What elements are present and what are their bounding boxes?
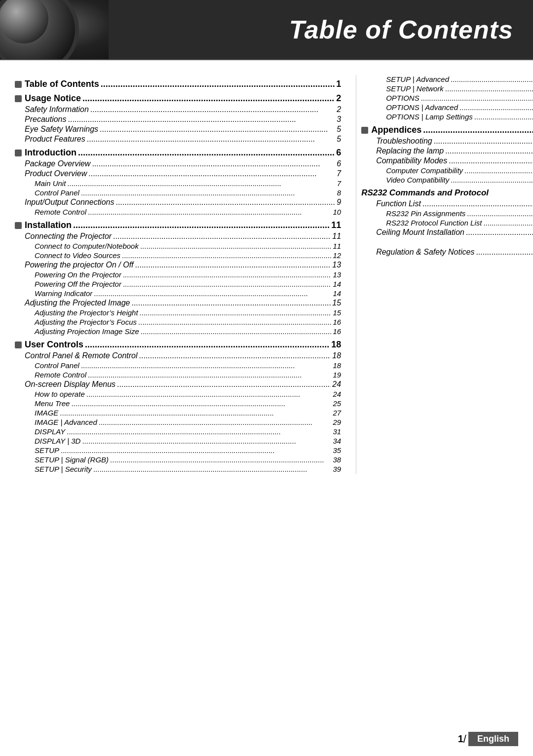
lens-graphic <box>0 0 79 59</box>
toc-page-number: 2 <box>336 93 341 104</box>
toc-page-number: 39 <box>333 465 341 473</box>
toc-dots <box>81 361 332 370</box>
toc-dots <box>474 113 533 121</box>
toc-dots <box>60 409 331 417</box>
toc-dots <box>87 135 336 144</box>
toc-entry: How to operate24 <box>15 390 341 398</box>
toc-page-number: 1 <box>336 79 341 89</box>
toc-entry: Product Features5 <box>15 135 341 144</box>
toc-entry: Computer Compatibility57 <box>361 166 533 175</box>
toc-entry: Replacing the lamp55 <box>361 147 533 155</box>
toc-dots <box>459 103 533 112</box>
toc-entry-title: Adjusting the Projected Image <box>25 299 130 307</box>
toc-page-number: 31 <box>333 427 341 436</box>
toc-entry-title: RS232 Pin Assignments <box>386 209 465 218</box>
toc-page-number: 5 <box>337 135 341 144</box>
toc-page-number: 14 <box>333 289 341 298</box>
toc-page-number: 24 <box>333 390 341 398</box>
toc-dots <box>123 270 332 279</box>
toc-entry: IMAGE | Advanced29 <box>15 418 341 426</box>
toc-page-number: 7 <box>337 169 341 178</box>
header-image <box>0 0 109 59</box>
section-bullet <box>361 127 368 134</box>
toc-entry-title: Eye Safety Warnings <box>25 125 98 134</box>
toc-entry: Troubleshooting50 <box>361 137 533 146</box>
toc-entry: Package Overview6 <box>15 159 341 168</box>
header: Table of Contents <box>0 0 533 59</box>
toc-dots <box>82 93 335 104</box>
footer-slash: / <box>463 733 466 746</box>
toc-entry-title: Appendices <box>371 125 421 135</box>
toc-entry: Adjusting the Projector’s Height15 <box>15 308 341 317</box>
toc-entry-title: Introduction <box>25 148 76 158</box>
toc-entry-title: SETUP | Security <box>35 465 92 473</box>
toc-dots <box>71 399 331 408</box>
toc-entry-title: Warning Indicator <box>35 289 92 298</box>
toc-dots <box>138 318 331 326</box>
toc-dots <box>115 198 335 207</box>
toc-entry: Precautions3 <box>15 115 341 124</box>
toc-entry: Remote Control10 <box>15 208 341 216</box>
toc-left-column: Table of Contents1Usage Notice2Safety In… <box>15 75 346 474</box>
toc-dots <box>423 125 533 135</box>
toc-dots <box>140 308 332 317</box>
toc-entry-title: User Controls <box>25 340 83 350</box>
toc-dots <box>67 427 331 436</box>
toc-page-number: 11 <box>332 232 341 241</box>
toc-entry: Regulation & Safety Notices67 <box>361 248 533 257</box>
toc-entry: Powering Off the Projector14 <box>15 280 341 288</box>
toc-dots <box>110 455 331 464</box>
toc-entry: OPTIONS | Lamp Settings49 <box>361 113 533 121</box>
toc-entry: DISPLAY31 <box>15 427 341 436</box>
toc-entry-title: Table of Contents <box>25 79 99 89</box>
toc-page-number: 27 <box>333 409 341 417</box>
toc-entry: Adjusting Projection Image Size16 <box>15 327 341 336</box>
toc-page-number: 2 <box>337 105 341 114</box>
toc-page-number: 11 <box>331 220 341 230</box>
toc-dots <box>78 148 335 158</box>
toc-entry-title: Computer Compatibility <box>386 166 463 175</box>
toc-dots <box>422 199 533 208</box>
toc-entry-title: Connect to Video Sources <box>35 251 120 260</box>
toc-entry-title: Safety Information <box>25 105 89 114</box>
toc-page-number: 34 <box>333 437 341 445</box>
toc-entry-title: Menu Tree <box>35 399 70 408</box>
toc-dots <box>73 220 330 230</box>
toc-entry-title: Remote Control <box>35 371 86 379</box>
footer-language: English <box>468 732 518 746</box>
toc-dots <box>85 340 330 350</box>
toc-section-header: Usage Notice2 <box>15 93 341 104</box>
toc-entry-title: Adjusting the Projector’s Focus <box>35 318 137 326</box>
toc-dots <box>88 208 331 216</box>
toc-page-number: 35 <box>333 446 341 454</box>
lens-inner <box>0 0 48 43</box>
toc-dots <box>113 232 331 241</box>
toc-entry: Adjusting the Projector’s Focus16 <box>15 318 341 326</box>
toc-entry-title: Powering the projector On / Off <box>25 261 134 269</box>
toc-dots <box>82 437 331 445</box>
toc-entry: Input/Output Connections9 <box>15 198 341 207</box>
section-bullet <box>15 341 22 348</box>
toc-dots <box>466 228 533 237</box>
toc-entry: Ceiling Mount Installation64 <box>361 228 533 237</box>
toc-entry: RS232 Commands and Protocol <box>361 188 533 198</box>
toc-dots <box>135 261 331 269</box>
toc-entry-title: Adjusting Projection Image Size <box>35 327 139 336</box>
toc-entry-title: Compatibility Modes <box>376 156 447 165</box>
toc-entry: Function List59 <box>361 199 533 208</box>
toc-page-number: 6 <box>336 148 341 158</box>
toc-page-number: 15 <box>332 299 341 307</box>
toc-right-column: SETUP | Advanced41SETUP | Network42OPTIO… <box>356 75 533 474</box>
toc-entry-title: OPTIONS | Lamp Settings <box>386 113 473 121</box>
toc-section-header: Introduction6 <box>15 148 341 158</box>
toc-entry: Control Panel18 <box>15 361 341 370</box>
toc-entry: Control Panel8 <box>15 189 341 197</box>
toc-entry: Product Overview7 <box>15 169 341 178</box>
toc-dots <box>68 115 336 124</box>
toc-entry: Powering On the Projector13 <box>15 270 341 279</box>
toc-dots <box>88 371 331 379</box>
section-bullet <box>15 81 22 88</box>
toc-dots <box>100 125 335 134</box>
toc-dots <box>94 289 331 298</box>
toc-page-number: 24 <box>332 380 341 389</box>
